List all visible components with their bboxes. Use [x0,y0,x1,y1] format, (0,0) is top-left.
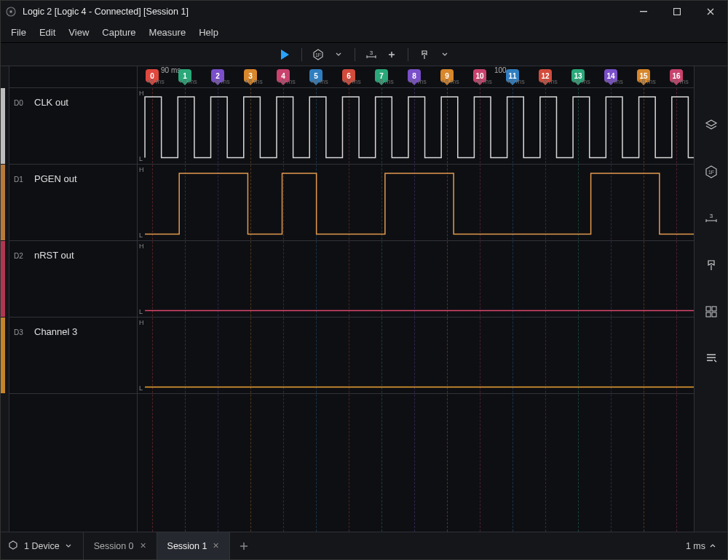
timing-icon[interactable]: 3 [703,210,719,226]
menu-measure[interactable]: Measure [143,24,192,41]
channel-color-d0 [1,88,5,164]
svg-text:3: 3 [369,50,373,56]
svg-rect-2 [640,11,647,12]
minimize-button[interactable] [627,1,660,23]
svg-rect-3 [674,9,681,15]
svg-rect-10 [706,312,711,317]
ruler-label-100: 100 [494,66,507,74]
timescale-value: 1 ms [686,541,705,551]
main-content: D0 CLK out D1 PGEN out D2 nRST out D3 Ch… [1,66,727,532]
channel-label-d2[interactable]: D2 nRST out [9,241,137,318]
titlebar: Logic 2 [Logic 4 - Connected] [Session 1… [1,1,727,23]
channel-id: D1 [14,176,27,184]
device-count: 1 Device [24,541,60,551]
close-icon[interactable]: ✕ [213,541,219,551]
layers-icon[interactable] [703,117,719,133]
trigger-button[interactable]: 1F [309,46,327,63]
flag-button[interactable] [416,46,433,63]
channel-label-d0[interactable]: D0 CLK out [9,88,137,165]
menu-edit[interactable]: Edit [33,24,61,41]
menu-help[interactable]: Help [193,24,224,41]
waveform-d2 [138,241,694,318]
menu-file[interactable]: File [5,24,32,41]
channel-name: CLK out [34,97,68,108]
timing-marker-button[interactable]: 3 [363,46,380,63]
waveform-area[interactable]: 90 ms 100 0+8 ms1+8 ms2+8 ms3+8 ms4+8 ms… [138,66,694,532]
channel-label-column: D0 CLK out D1 PGEN out D2 nRST out D3 Ch… [9,66,138,532]
bottombar: 1 Device Session 0 ✕ Session 1 ✕ 1 ms [1,532,727,559]
device-selector[interactable]: 1 Device [1,532,84,559]
analyzer-icon[interactable]: 1F [703,164,719,180]
waveform-d0 [138,88,694,165]
waveform-d1 [138,165,694,242]
device-icon [8,540,18,552]
svg-rect-11 [712,312,716,317]
channel-color-d3 [1,318,5,393]
svg-text:3: 3 [709,213,713,219]
chevron-down-icon [66,541,71,551]
channel-name: nRST out [34,250,74,261]
chevron-up-icon [710,541,716,551]
plus-icon[interactable] [383,46,400,63]
svg-point-1 [9,10,12,13]
waveform-row-d3[interactable]: H L [138,318,694,394]
right-sidebar: 1F 3 [694,66,727,532]
ruler-spacer [9,66,137,88]
app-window: Logic 2 [Logic 4 - Connected] [Session 1… [0,0,728,560]
play-button[interactable] [275,46,294,63]
channel-id: D2 [14,252,27,260]
close-icon[interactable]: ✕ [140,541,146,551]
channel-name: Channel 3 [34,326,77,337]
menu-view[interactable]: View [63,24,95,41]
time-ruler[interactable]: 90 ms 100 0+8 ms1+8 ms2+8 ms3+8 ms4+8 ms… [138,66,694,88]
app-icon [5,6,17,17]
chevron-down-icon[interactable] [330,46,347,63]
tab-label: Session 0 [94,541,134,551]
menubar: File Edit View Capture Measure Help [1,23,727,43]
channel-label-d1[interactable]: D1 PGEN out [9,165,137,241]
toolbar: 1F 3 [1,43,727,66]
waveform-row-d2[interactable]: H L [138,241,694,318]
add-tab-button[interactable] [230,532,258,559]
tab-label: Session 1 [167,541,207,551]
channel-color-d1 [1,165,5,240]
close-button[interactable] [694,1,727,23]
tab-session-0[interactable]: Session 0 ✕ [84,532,157,559]
extensions-icon[interactable] [703,304,719,320]
window-title: Logic 2 [Logic 4 - Connected] [Session 1… [23,7,627,17]
svg-rect-8 [706,307,711,311]
chevron-down-icon-2[interactable] [436,46,454,63]
svg-text:1F: 1F [314,52,320,58]
maximize-button[interactable] [660,1,694,23]
tab-session-1[interactable]: Session 1 ✕ [157,532,231,559]
waveform-d3 [138,318,694,395]
svg-rect-9 [712,307,716,311]
channel-label-d3[interactable]: D3 Channel 3 [9,318,137,394]
channel-color-d2 [1,241,5,317]
flag-icon[interactable] [703,257,719,273]
notes-icon[interactable] [703,350,719,366]
menu-capture[interactable]: Capture [96,24,141,41]
waveform-row-d0[interactable]: H L [138,88,694,165]
channel-id: D3 [14,328,27,336]
timescale-display[interactable]: 1 ms [674,532,727,559]
waveform-row-d1[interactable]: H L [138,165,694,241]
channel-id: D0 [14,99,27,107]
channel-name: PGEN out [34,173,77,184]
svg-text:1F: 1F [708,170,713,175]
